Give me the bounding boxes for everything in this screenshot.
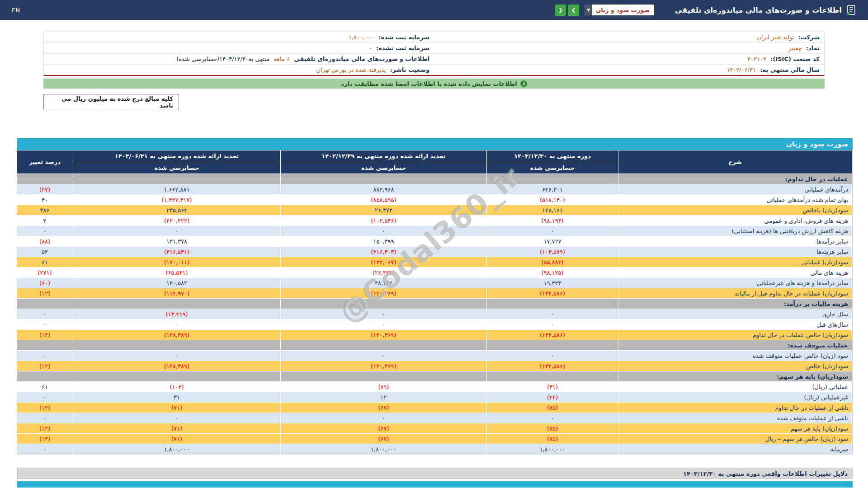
statement-row: درآمدهای عملیاتی۶۴۶,۳۰۱۸۸۴,۹۶۸۱,۶۶۲,۸۸۱(…	[17, 184, 852, 195]
topbar-right-group: اطلاعات و صورت‌های مالی میاندوره‌ای تلفی…	[555, 5, 856, 16]
value-cell: ۰	[487, 319, 618, 330]
statement-row: هزینه کاهش ارزش دریافتنی ها (هزینه استثن…	[17, 226, 852, 236]
currency-unit-note: کلیه مبالغ درج شده به میلیون ریال می باش…	[43, 94, 179, 110]
value-cell: (۱۳۴,۵۸۶)	[487, 330, 618, 340]
value-cell: (۶۰)	[17, 278, 73, 288]
value-cell: ۱,۸۰۰,۰۰۰	[487, 444, 618, 455]
statement-header-row: شرح دوره منتهی به ۱۴۰۳/۱۲/۳۰ تجدید ارائه…	[17, 150, 852, 162]
period-highlight: ۶ ماهه	[274, 56, 290, 62]
value-cell: ۰	[73, 413, 281, 423]
info-row: سال مالی منتهی به: ۱۴۰۴/۰۶/۳۱ وضعیت ناشر…	[44, 65, 824, 75]
nav-back-button[interactable]: ❮	[555, 5, 566, 16]
row-label: عملیاتی (ریال)	[618, 382, 852, 392]
statement-table-wrap: شرح دوره منتهی به ۱۴۰۳/۱۲/۳۰ تجدید ارائه…	[17, 150, 853, 455]
value-cell: (۱۰۳,۵۷۹)	[487, 247, 618, 257]
nav-forward-button[interactable]: ❯	[568, 5, 579, 16]
info-row: نماد: چفیبر سرمایه ثبت نشده: ۰	[44, 43, 824, 54]
row-label: ناشی از عملیات در حال تداوم	[618, 403, 852, 413]
banner-text: اطلاعات نمایش داده شده با اطلاعات امضا ش…	[341, 80, 517, 87]
row-label: سایر درآمدها	[618, 236, 852, 247]
value-cell: (۱۲۰,۳۶۹)	[281, 361, 487, 371]
page-title: اطلاعات و صورت‌های مالی میاندوره‌ای تلفی…	[675, 6, 842, 14]
info-row: شرکت: تولید فیبر ایران سرمایه ثبت شده: ۱…	[44, 32, 824, 43]
value-cell: ۱۲	[281, 392, 487, 403]
value-cell: (۶۷)	[281, 423, 487, 434]
row-label: بهای تمام شده درآمدهای عملیاتی	[618, 195, 852, 205]
value-cell: (۹۸,۱۹۳)	[487, 216, 618, 226]
period-tail: منتهی به۱۴۰۳/۱۲/۳۰(حسابرسی شده)	[176, 56, 269, 62]
value-cell: (۱۲)	[17, 288, 73, 299]
col-header-period-restated: تجدید ارائه شده دوره منتهی به ۱۴۰۳/۰۶/۳۱	[73, 150, 281, 162]
statement-row: سود(زیان) پایه هر سهم(۷۵)(۶۷)(۷۱)(۱۲)	[17, 423, 852, 434]
value-cell: ۱۳۱,۳۷۸	[73, 236, 281, 247]
value-cell: (۱۲۰,۳۶۹)	[281, 330, 487, 340]
value-cell: (۲۲۰,۴۲۲)	[73, 216, 281, 226]
row-label: سود(زیان) عملیات در حال تداوم قبل از مال…	[618, 288, 852, 299]
company-info-table: شرکت: تولید فیبر ایران سرمایه ثبت شده: ۱…	[44, 32, 824, 75]
info-icon: i	[520, 80, 527, 87]
statement-row: سود(زیان) خالص عملیات در حال تداوم(۱۳۴,۵…	[17, 330, 852, 340]
value-cell: ۶۴۶,۳۰۱	[487, 184, 618, 195]
statement-row: هزینه های فروش، اداری و عمومی(۹۸,۱۹۳)(۱۰…	[17, 216, 852, 226]
value-cell: ۴۰	[17, 195, 73, 205]
statement-row: سایر هزینه‌ها(۱۰۳,۵۷۹)(۲۱۶,۳۰۳)(۳۱۶,۵۳۱)…	[17, 247, 852, 257]
value-cell: ۱۲۸,۱۶۱	[487, 205, 618, 216]
statement-row: سال جاری۰۰(۱۳,۴۱۹)۰	[17, 309, 852, 319]
value-cell: ۱۲۰,۵۸۲	[73, 278, 281, 288]
value-cell: ۱۹,۴۲۳	[487, 278, 618, 288]
value-cell: ۱,۸۰۰,۰۰۰	[281, 444, 487, 455]
value-cell: ۰	[281, 226, 487, 236]
value-cell: ۳۱	[73, 392, 281, 403]
statement-type-select[interactable]: صورت سود و زیان ▼	[585, 5, 654, 15]
statement-row: عملیاتی (ریال)(۳۱)(۷۹)(۱۰۲)۶۱	[17, 382, 852, 392]
section-empty-cell	[73, 340, 281, 351]
value-cell: (۱۲۸,۳۸۹)	[73, 330, 281, 340]
section-empty-cell	[487, 174, 618, 184]
col-subheader-audited: حسابرسی شده	[73, 162, 281, 174]
row-label: سود (زیان) خالص هر سهم – ریال	[618, 434, 852, 444]
changes-reasons-header: دلایل تغییرات اطلاعات واقعی دوره منتهی ب…	[17, 468, 853, 479]
language-toggle-en[interactable]: EN	[12, 7, 20, 14]
row-label: سود (زیان) خالص عملیات متوقف شده	[618, 351, 852, 361]
value-cell: ۱,۸۰۰,۰۰۰	[73, 444, 281, 455]
value-cell: ۰	[17, 444, 73, 455]
row-label: سایر درآمدها و هزینه های غیرعملیاتی	[618, 278, 852, 288]
col-header-period-current: دوره منتهی به ۱۴۰۳/۱۲/۳۰	[487, 150, 618, 162]
symbol-value: چفیبر	[788, 45, 802, 52]
value-cell: ۰	[281, 351, 487, 361]
statement-section-row: هزینه مالیات بر درآمد:	[17, 299, 852, 309]
row-label: سود(زیان) خالص	[618, 361, 852, 371]
value-cell: ۸۸۴,۹۶۸	[281, 184, 487, 195]
value-cell: ۰	[281, 413, 487, 423]
value-cell: ۰	[73, 226, 281, 236]
value-cell: (۵۵,۸۸۴)	[487, 257, 618, 267]
registered-capital-value: ۱,۸۰۰,۰۰۰	[349, 34, 374, 41]
value-cell: (۱۷۰,۰۱۱)	[73, 257, 281, 267]
unregistered-capital-label: سرمایه ثبت نشده:	[376, 45, 429, 52]
value-cell: ۰	[17, 413, 73, 423]
col-header-description: شرح	[618, 150, 852, 174]
next-section-header-stub	[17, 481, 853, 488]
income-statement-section: صورت سود و زیان شرح دوره منتهی به ۱۴۰۳/۱…	[17, 138, 853, 455]
value-cell: (۱۳۴,۵۸۶)	[487, 288, 618, 299]
value-cell: (۲۶,۴۷۴)	[281, 267, 487, 278]
company-value: تولید فیبر ایران	[757, 34, 794, 41]
info-cell-fiscal-year: سال مالی منتهی به: ۱۴۰۴/۰۶/۳۱	[434, 65, 824, 75]
section-empty-cell	[487, 340, 618, 351]
section-empty-cell	[487, 299, 618, 309]
col-header-period-previous: تجدید ارائه شده دوره منتهی به ۱۴۰۲/۱۲/۲۹	[281, 150, 487, 162]
statement-row: سایر درآمدها۱۷,۷۲۷۱۵۰,۳۹۹۱۳۱,۳۷۸(۸۸)	[17, 236, 852, 247]
value-cell: ۰	[17, 351, 73, 361]
section-empty-cell	[281, 299, 487, 309]
statement-section-row: عملیات در حال تداوم:	[17, 174, 852, 184]
section-empty-cell	[487, 371, 618, 382]
statement-row: ناشی از عملیات در حال تداوم(۷۵)(۶۷)(۷۱)(…	[17, 403, 852, 413]
unit-note-row: کلیه مبالغ درج شده به میلیون ریال می باش…	[43, 94, 825, 110]
row-label: سال جاری	[618, 309, 852, 319]
info-cell-company: شرکت: تولید فیبر ایران	[434, 32, 824, 43]
value-cell: (۱۰۲,۵۳۶)	[281, 216, 487, 226]
statement-body: عملیات در حال تداوم:درآمدهای عملیاتی۶۴۶,…	[17, 174, 852, 455]
value-cell: (۸۸)	[17, 236, 73, 247]
value-cell: ۶۱	[17, 257, 73, 267]
isic-label: کد صنعت (ISIC):	[770, 56, 820, 62]
